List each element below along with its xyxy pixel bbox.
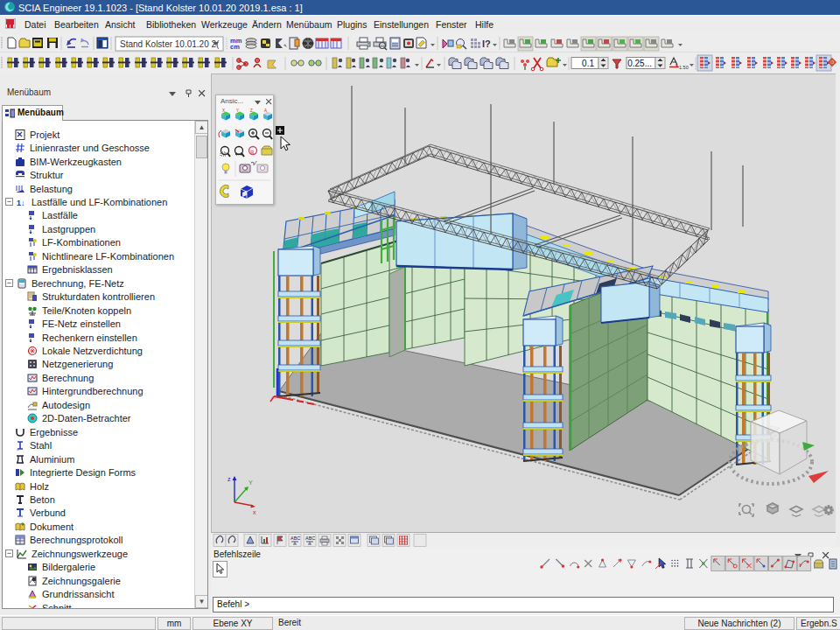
svg-text:1.50: 1.50 — [679, 65, 689, 70]
svg-text:X: X — [222, 108, 225, 113]
svg-text:cm: cm — [230, 43, 240, 51]
svg-text:ABC: ABC — [305, 536, 315, 541]
svg-text:ABC: ABC — [290, 536, 300, 541]
svg-text:Y: Y — [236, 108, 239, 113]
svg-text:z: z — [228, 476, 231, 482]
svg-text:Y: Y — [248, 480, 253, 486]
svg-text:1↓: 1↓ — [17, 199, 25, 207]
svg-text:0.25...: 0.25... — [627, 59, 652, 68]
svg-text:Stand Kolster 10.01.20 2(: Stand Kolster 10.01.20 2( — [120, 39, 220, 49]
svg-text:Ι?: Ι? — [482, 38, 491, 49]
svg-text:0.1: 0.1 — [582, 59, 594, 68]
svg-text:x: x — [253, 509, 256, 515]
svg-text:R: R — [250, 150, 255, 155]
svg-text:Z: Z — [250, 108, 253, 113]
svg-text:A: A — [264, 108, 267, 113]
